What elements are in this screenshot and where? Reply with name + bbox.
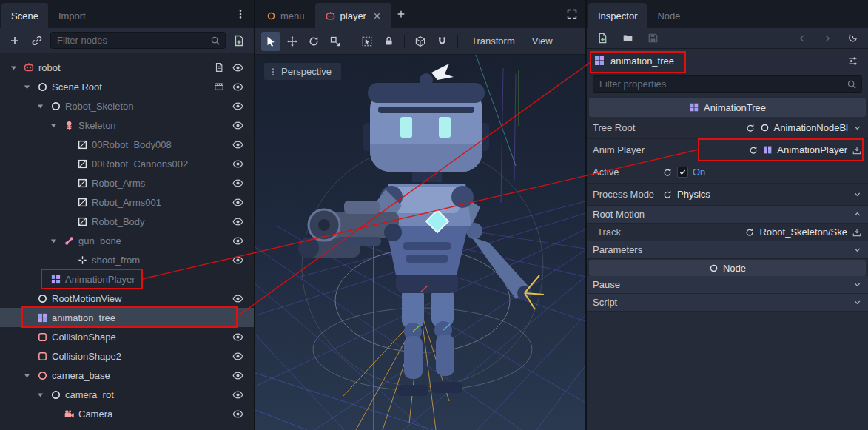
tree-row-camera-base[interactable]: camera_base — [0, 366, 254, 385]
tree-row-gun-bone[interactable]: gun_bone — [0, 231, 254, 250]
tree-row-robot[interactable]: robot — [0, 58, 254, 77]
visibility-eye-icon[interactable] — [232, 62, 243, 73]
add-node-button[interactable] — [6, 32, 24, 50]
visibility-eye-icon[interactable] — [232, 409, 243, 420]
property-value[interactable]: Robot_Skeleton/Ske — [759, 226, 847, 238]
tree-row-scene-root[interactable]: Scene Root — [0, 77, 254, 96]
revert-icon[interactable] — [662, 167, 673, 178]
perspective-menu[interactable]: Perspective — [264, 63, 341, 80]
group-node-button[interactable] — [411, 32, 430, 51]
property-value[interactable]: AnimationPlayer — [777, 144, 847, 155]
tree-row-collision-shape2[interactable]: CollisionShape2 — [0, 346, 254, 366]
visibility-eye-icon[interactable] — [232, 332, 243, 343]
visibility-eye-icon[interactable] — [232, 235, 243, 246]
visibility-eye-icon[interactable] — [232, 120, 243, 131]
expand-viewport-icon[interactable] — [563, 5, 581, 23]
load-resource-button[interactable] — [619, 30, 636, 47]
section-pause[interactable]: Pause — [587, 276, 868, 294]
visibility-eye-icon[interactable] — [232, 351, 243, 362]
chevron-down-icon[interactable] — [852, 123, 862, 132]
tree-row-animation-tree[interactable]: animation_tree — [0, 308, 254, 327]
visibility-eye-icon[interactable] — [232, 81, 243, 93]
section-root-motion[interactable]: Root Motion — [587, 206, 868, 224]
open-scene-icon[interactable] — [214, 81, 224, 92]
history-back-icon[interactable] — [793, 30, 811, 47]
visibility-eye-icon[interactable] — [232, 139, 243, 150]
tree-row-root-motion-view[interactable]: RootMotionView — [0, 289, 254, 308]
transform-menu[interactable]: Transform — [464, 36, 522, 47]
expand-arrow-icon[interactable] — [47, 235, 59, 246]
property-value[interactable]: Physics — [677, 189, 710, 200]
rotate-tool-button[interactable] — [304, 32, 323, 51]
tree-row-mesh[interactable]: Robot_Arms001 — [0, 192, 254, 212]
assign-icon[interactable] — [852, 227, 862, 238]
tab-import[interactable]: Import — [49, 3, 95, 28]
visibility-eye-icon[interactable] — [232, 216, 243, 227]
expand-arrow-icon[interactable] — [34, 389, 46, 400]
history-forward-icon[interactable] — [818, 30, 836, 47]
snap-toggle-button[interactable] — [432, 32, 451, 51]
tree-row-camera[interactable]: Camera — [0, 404, 254, 423]
visibility-eye-icon[interactable] — [232, 255, 243, 266]
revert-icon[interactable] — [748, 145, 758, 155]
visibility-eye-icon[interactable] — [232, 370, 243, 381]
expand-arrow-icon[interactable] — [7, 61, 19, 73]
inspector-toolbar — [587, 28, 868, 49]
scale-tool-button[interactable] — [326, 32, 345, 51]
visibility-eye-icon[interactable] — [232, 389, 243, 400]
tab-scene[interactable]: Scene — [1, 3, 48, 28]
close-tab-icon[interactable] — [372, 11, 382, 21]
revert-icon[interactable] — [745, 123, 756, 133]
tree-row-mesh[interactable]: 00Robot_Body008 — [0, 135, 254, 154]
move-tool-button[interactable] — [283, 32, 302, 51]
tree-row-mesh[interactable]: 00Robot_Cannons002 — [0, 154, 254, 173]
attach-script-button[interactable] — [230, 32, 248, 50]
visibility-eye-icon[interactable] — [232, 178, 243, 189]
section-script[interactable]: Script — [587, 294, 868, 312]
dock-menu-icon[interactable] — [232, 5, 249, 23]
select-tool-button[interactable] — [261, 32, 280, 51]
script-icon[interactable] — [214, 62, 224, 73]
tree-row-robot-skeleton[interactable]: Robot_Skeleton — [0, 96, 254, 115]
viewport-3d[interactable]: Perspective — [255, 55, 585, 430]
tree-row-skeleton[interactable]: Skeleton — [0, 115, 254, 135]
tree-row-shoot-from[interactable]: shoot_from — [0, 250, 254, 269]
tree-row-camera-rot[interactable]: camera_rot — [0, 385, 254, 404]
tab-menu-label: menu — [280, 10, 305, 21]
new-scene-tab-button[interactable] — [392, 5, 410, 23]
expand-arrow-icon[interactable] — [34, 100, 46, 112]
new-resource-button[interactable] — [593, 30, 611, 47]
section-parameters[interactable]: Parameters — [587, 241, 868, 259]
visibility-eye-icon[interactable] — [232, 101, 243, 112]
tab-player-scene[interactable]: player — [315, 3, 391, 28]
chevron-down-icon[interactable] — [852, 189, 862, 199]
revert-icon[interactable] — [662, 189, 673, 200]
save-resource-button[interactable] — [644, 30, 662, 47]
history-icon[interactable] — [844, 30, 861, 47]
tab-inspector[interactable]: Inspector — [588, 3, 647, 28]
tab-node[interactable]: Node — [647, 3, 690, 28]
view-menu[interactable]: View — [525, 36, 560, 47]
filter-nodes-input[interactable] — [50, 32, 226, 49]
expand-arrow-icon[interactable] — [21, 81, 33, 93]
list-select-tool-button[interactable] — [357, 32, 377, 51]
filter-properties-input[interactable] — [593, 75, 862, 93]
property-value[interactable]: AnimationNodeBl — [774, 122, 848, 133]
node-label: camera_rot — [65, 389, 114, 400]
assign-icon[interactable] — [852, 145, 862, 155]
visibility-eye-icon[interactable] — [232, 293, 243, 304]
tree-row-animation-player[interactable]: AnimationPlayer — [0, 269, 254, 289]
lock-node-button[interactable] — [379, 32, 398, 51]
object-tools-icon[interactable] — [844, 52, 861, 70]
revert-icon[interactable] — [744, 227, 755, 238]
tab-menu-scene[interactable]: menu — [257, 3, 314, 28]
expand-arrow-icon[interactable] — [21, 369, 33, 381]
visibility-eye-icon[interactable] — [232, 158, 243, 169]
instance-scene-button[interactable] — [28, 32, 46, 50]
visibility-eye-icon[interactable] — [232, 197, 243, 208]
tree-row-mesh[interactable]: Robot_Arms — [0, 173, 254, 192]
active-checkbox[interactable] — [677, 167, 688, 178]
tree-row-mesh[interactable]: Robot_Body — [0, 212, 254, 231]
tree-row-collision-shape[interactable]: CollisionShape — [0, 327, 254, 346]
expand-arrow-icon[interactable] — [47, 119, 59, 131]
